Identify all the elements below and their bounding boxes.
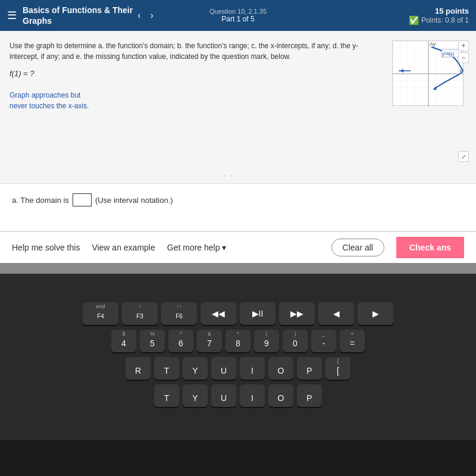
svg-text:y=f(x): y=f(x): [442, 51, 455, 57]
key-amp[interactable]: &7: [197, 330, 222, 352]
gray-spacer: [0, 263, 476, 274]
svg-text:Ay: Ay: [430, 41, 436, 47]
key-vol-up[interactable]: ▶: [358, 302, 393, 325]
interval-note: (Use interval notation.): [95, 196, 173, 205]
header-right: 15 points ✅ Points: 0.8 of 1: [409, 7, 469, 25]
divider-row: · · · · ·: [0, 168, 476, 183]
app-header: ☰ Basics of Functions & Their Graphs ‹ Q…: [0, 0, 476, 31]
keyboard-area: endF4 ↑F3 ↑↑F6 ◀◀ ▶II ▶▶ ◀ ▶ $4 %5 ^6 &7…: [0, 274, 476, 440]
points-value: Points: 0.8 of 1: [421, 16, 469, 24]
key-y[interactable]: Y: [183, 357, 208, 380]
key-percent[interactable]: %5: [140, 330, 165, 352]
keyboard-row-numbers: $4 %5 ^6 &7 *8 (9 )0 _- +=: [111, 330, 365, 352]
question-label: Question 10, 2.1.35: [209, 8, 267, 15]
key-f3[interactable]: ↑F3: [122, 302, 158, 325]
annotation-line2: never touches the x-axis.: [10, 102, 89, 110]
answer-area: a. The domain is (Use interval notation.…: [0, 183, 476, 231]
points-label: 15 points: [409, 7, 469, 15]
divider-dots: · · · · ·: [224, 171, 252, 180]
keyboard-row-fn: endF4 ↑F3 ↑↑F6 ◀◀ ▶II ▶▶ ◀ ▶: [83, 302, 393, 325]
domain-prefix: a. The domain is: [12, 196, 69, 205]
keyboard-row-qwerty1: R T Y U I O P {[: [126, 357, 350, 380]
help-me-solve-button[interactable]: Help me solve this: [12, 243, 80, 252]
nav-next-arrow[interactable]: ›: [145, 10, 158, 21]
question-instruction: Use the graph to determine a. the functi…: [10, 40, 383, 62]
key-star[interactable]: *8: [226, 330, 250, 352]
graph-container: Ay x y=f(x) y=f(x): [392, 40, 464, 106]
key-f6[interactable]: ↑↑F6: [161, 302, 197, 325]
domain-input[interactable]: [73, 193, 92, 206]
key-i2[interactable]: I: [240, 384, 265, 407]
question-right: Ay x y=f(x) y=f(x) + −: [389, 40, 466, 162]
key-u[interactable]: U: [211, 357, 236, 380]
key-end-f4[interactable]: endF4: [83, 302, 118, 325]
key-t2[interactable]: T: [154, 384, 179, 407]
check-answer-button[interactable]: Check ans: [396, 237, 464, 258]
check-circle-icon: ✅: [409, 15, 419, 25]
question-area: Use the graph to determine a. the functi…: [0, 31, 476, 168]
annotation-line1: Graph approaches but: [10, 91, 80, 99]
hamburger-icon[interactable]: ☰: [7, 9, 17, 22]
graph-annotation: Graph approaches but never touches the x…: [10, 90, 383, 111]
key-t[interactable]: T: [154, 357, 179, 380]
title-line1: Basics of Functions & Their: [23, 5, 133, 15]
key-p[interactable]: P: [297, 357, 322, 380]
key-fastforward[interactable]: ▶▶: [279, 302, 315, 325]
view-example-button[interactable]: View an example: [92, 243, 155, 252]
zoom-in-button[interactable]: +: [458, 40, 469, 51]
key-u2[interactable]: U: [211, 384, 236, 407]
key-rewind[interactable]: ◀◀: [201, 302, 236, 325]
key-playpause[interactable]: ▶II: [240, 302, 275, 325]
keyboard-row-qwerty2: T Y U I O P: [154, 384, 322, 407]
key-i[interactable]: I: [240, 357, 265, 380]
key-r[interactable]: R: [126, 357, 151, 380]
nav-prev-arrow[interactable]: ‹: [133, 10, 145, 21]
function-value: f(1) = ?: [10, 69, 383, 78]
title-line2: Graphs: [23, 16, 52, 26]
key-rparen[interactable]: )0: [283, 330, 308, 352]
graph-svg: Ay x y=f(x) y=f(x): [393, 41, 464, 107]
zoom-buttons: + −: [458, 40, 469, 63]
bottom-toolbar: Help me solve this View an example Get m…: [0, 231, 476, 263]
key-minus[interactable]: _-: [311, 330, 336, 352]
points-sub: ✅ Points: 0.8 of 1: [409, 15, 469, 25]
key-vol-down[interactable]: ◀: [318, 302, 354, 325]
get-more-help-button[interactable]: Get more help ▾: [167, 243, 227, 252]
clear-all-button[interactable]: Clear all: [331, 239, 384, 256]
key-lbrace[interactable]: {[: [325, 357, 350, 380]
key-p2[interactable]: P: [297, 384, 322, 407]
key-o[interactable]: O: [268, 357, 293, 380]
part-label: Part 1 of 5: [209, 15, 267, 23]
expand-button[interactable]: ⤢: [458, 151, 469, 162]
domain-row: a. The domain is (Use interval notation.…: [12, 193, 464, 206]
header-center: Question 10, 2.1.35 Part 1 of 5: [209, 8, 267, 23]
key-lparen[interactable]: (9: [254, 330, 279, 352]
header-title: Basics of Functions & Their Graphs: [23, 5, 133, 26]
key-plus[interactable]: +=: [340, 330, 365, 352]
key-o2[interactable]: O: [268, 384, 293, 407]
question-left: Use the graph to determine a. the functi…: [10, 40, 383, 162]
key-dollar[interactable]: $4: [111, 330, 136, 352]
key-y2[interactable]: Y: [183, 384, 208, 407]
zoom-out-button[interactable]: −: [458, 52, 469, 63]
key-caret[interactable]: ^6: [168, 330, 193, 352]
